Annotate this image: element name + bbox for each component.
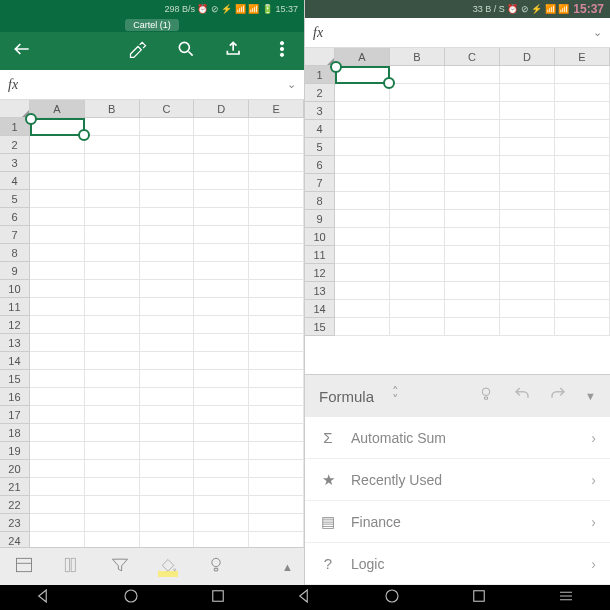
cell[interactable] — [445, 228, 500, 246]
cell[interactable] — [500, 228, 555, 246]
cell[interactable] — [85, 226, 140, 244]
cell[interactable] — [194, 280, 249, 298]
cell[interactable] — [194, 478, 249, 496]
cell[interactable] — [249, 316, 304, 334]
cell[interactable] — [249, 208, 304, 226]
row-header[interactable]: 4 — [0, 172, 30, 190]
cell[interactable] — [194, 262, 249, 280]
chevron-down-icon[interactable]: ⌄ — [593, 26, 602, 39]
row-header[interactable]: 5 — [305, 138, 335, 156]
cell[interactable] — [555, 246, 610, 264]
cell[interactable] — [30, 388, 85, 406]
cell[interactable] — [555, 102, 610, 120]
collapse-icon[interactable]: ▼ — [585, 390, 596, 402]
cell[interactable] — [140, 244, 195, 262]
cell[interactable] — [500, 174, 555, 192]
bulb-icon[interactable] — [477, 385, 495, 407]
panel-title[interactable]: Formula — [319, 388, 374, 405]
cell[interactable] — [390, 174, 445, 192]
formula-category-finance[interactable]: ▤ Finance › — [305, 501, 610, 543]
cell[interactable] — [194, 460, 249, 478]
cell[interactable] — [249, 262, 304, 280]
row-header[interactable]: 3 — [0, 154, 30, 172]
cell[interactable] — [194, 208, 249, 226]
cell[interactable] — [30, 262, 85, 280]
cell[interactable] — [140, 514, 195, 532]
row-header[interactable]: 21 — [0, 478, 30, 496]
cell[interactable] — [335, 84, 390, 102]
search-icon[interactable] — [176, 39, 196, 63]
row-header[interactable]: 7 — [0, 226, 30, 244]
cell-A1[interactable] — [30, 118, 85, 136]
row-header[interactable]: 15 — [305, 318, 335, 336]
column-icon[interactable] — [62, 555, 82, 579]
cell[interactable] — [140, 298, 195, 316]
cell[interactable] — [390, 210, 445, 228]
cell[interactable] — [194, 172, 249, 190]
cell-A1[interactable] — [335, 66, 390, 84]
cell[interactable] — [194, 190, 249, 208]
row-header[interactable]: 5 — [0, 190, 30, 208]
cell[interactable] — [249, 496, 304, 514]
nav-recent-icon[interactable] — [459, 587, 499, 609]
cell[interactable] — [249, 406, 304, 424]
formula-bar-right[interactable]: fx ⌄ — [305, 18, 610, 48]
cell[interactable] — [85, 136, 140, 154]
cell[interactable] — [335, 120, 390, 138]
chevron-down-icon[interactable]: ⌄ — [287, 78, 296, 91]
cell[interactable] — [445, 120, 500, 138]
row-header[interactable]: 14 — [305, 300, 335, 318]
cell[interactable] — [249, 154, 304, 172]
row-header[interactable]: 4 — [305, 120, 335, 138]
cell[interactable] — [555, 138, 610, 156]
cell[interactable] — [30, 280, 85, 298]
cell[interactable] — [555, 282, 610, 300]
cell[interactable] — [85, 352, 140, 370]
cell[interactable] — [194, 316, 249, 334]
selection-handle[interactable] — [25, 113, 37, 125]
row-header[interactable]: 13 — [0, 334, 30, 352]
row-header[interactable]: 2 — [0, 136, 30, 154]
cell[interactable] — [30, 334, 85, 352]
cell[interactable] — [85, 460, 140, 478]
cell[interactable] — [194, 442, 249, 460]
cell[interactable] — [335, 156, 390, 174]
cell[interactable] — [390, 138, 445, 156]
cell[interactable] — [30, 532, 85, 547]
cell[interactable] — [390, 102, 445, 120]
cell[interactable] — [140, 460, 195, 478]
cell[interactable] — [555, 264, 610, 282]
cell[interactable] — [249, 136, 304, 154]
row-header[interactable]: 23 — [0, 514, 30, 532]
col-header[interactable]: E — [249, 100, 304, 118]
cell[interactable] — [500, 210, 555, 228]
cell[interactable] — [390, 66, 445, 84]
col-header[interactable]: C — [140, 100, 195, 118]
expand-up-icon[interactable]: ▲ — [282, 561, 293, 573]
cell[interactable] — [30, 208, 85, 226]
cell[interactable] — [194, 532, 249, 547]
cell[interactable] — [249, 478, 304, 496]
cell[interactable] — [140, 532, 195, 547]
redo-icon[interactable] — [549, 385, 567, 407]
row-header[interactable]: 15 — [0, 370, 30, 388]
col-header[interactable]: C — [445, 48, 500, 66]
row-header[interactable]: 13 — [305, 282, 335, 300]
spreadsheet-grid-left[interactable]: A B C D E 1 2 3 4 5 6 7 8 9 10 11 12 13 … — [0, 100, 304, 547]
col-header[interactable]: B — [390, 48, 445, 66]
cell[interactable] — [140, 262, 195, 280]
cell[interactable] — [30, 226, 85, 244]
cell[interactable] — [445, 138, 500, 156]
cell[interactable] — [194, 136, 249, 154]
cell[interactable] — [390, 300, 445, 318]
cell[interactable] — [85, 208, 140, 226]
row-header[interactable]: 24 — [0, 532, 30, 547]
cell[interactable] — [500, 156, 555, 174]
cell[interactable] — [390, 282, 445, 300]
filter-icon[interactable] — [110, 555, 130, 579]
cell[interactable] — [445, 300, 500, 318]
col-header[interactable]: A — [30, 100, 85, 118]
col-header[interactable]: E — [555, 48, 610, 66]
cell[interactable] — [445, 156, 500, 174]
spreadsheet-grid-right[interactable]: A B C D E 1 2 3 4 5 6 7 8 9 10 11 12 13 … — [305, 48, 610, 374]
